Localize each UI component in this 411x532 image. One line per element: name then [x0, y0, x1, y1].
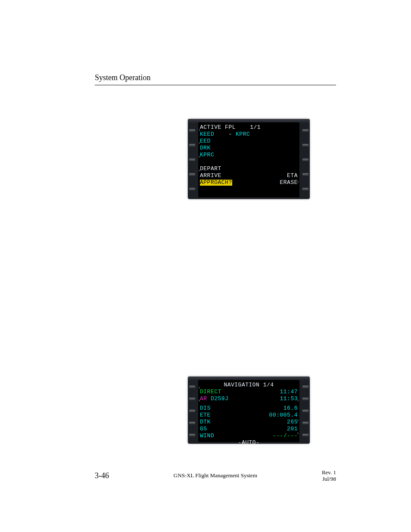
- cdu2-dis-label: DIS: [200, 405, 211, 411]
- cdu2-dis-value: 16.6: [283, 405, 298, 411]
- line-select-key-r3[interactable]: [302, 159, 308, 161]
- footer-title: GNS-XL Flight Management System: [109, 472, 322, 479]
- cdu1-title-right: 1/1: [250, 124, 261, 131]
- cdu2-wind-value: ---/---: [273, 433, 298, 439]
- cdu2-right-keys: [301, 376, 310, 444]
- caret-right-icon: ›: [296, 432, 299, 436]
- page-number: 3-46: [95, 471, 109, 480]
- cdu2-ar-wpt: D259J: [207, 396, 229, 402]
- caret-left-icon: ‹: [198, 386, 201, 390]
- caret-left-icon: ‹: [198, 155, 201, 159]
- line-select-key-l3[interactable]: [189, 159, 195, 161]
- cdu2-wind-label: WIND: [200, 433, 214, 439]
- footer-rev-line1: Rev. 1: [322, 469, 336, 476]
- line-select-key-r5[interactable]: [302, 434, 308, 436]
- cdu-navigation: ‹ NAVIGATION 1/4 DIRECT 11:47 ‹ AR D259J…: [188, 376, 310, 444]
- line-select-key-r4[interactable]: [302, 173, 308, 176]
- page-header: System Operation: [95, 73, 336, 85]
- cdu2-mode: -AUTO-: [238, 440, 260, 444]
- cdu1-screen: ‹ ACTIVE FPL 1/1 KEED - KPRC ‹ EED DRK ‹…: [198, 122, 299, 197]
- cdu2-ar-time: 11:53: [280, 396, 298, 402]
- line-select-key-l3[interactable]: [189, 410, 195, 412]
- cdu1-depart: DEPART: [200, 166, 221, 172]
- cdu2-direct-time: 11:47: [280, 389, 298, 395]
- line-select-key-l1[interactable]: [189, 129, 195, 132]
- caret-left-icon: ‹: [198, 128, 201, 133]
- line-select-key-l2[interactable]: [189, 398, 195, 400]
- line-select-key-l4[interactable]: [189, 422, 195, 424]
- cdu1-approach-highlighted: APPROACH?: [200, 180, 232, 186]
- footer-rev-line2: Jul/98: [322, 476, 336, 482]
- line-select-key-l1[interactable]: [189, 386, 195, 388]
- cdu2-gs-value: 201: [287, 426, 298, 432]
- caret-right-icon: ›: [296, 180, 299, 184]
- cdu1-wpt-1: DRK: [200, 145, 211, 151]
- cdu1-route-dash: -: [214, 131, 232, 137]
- line-select-key-l5[interactable]: [189, 434, 195, 436]
- cdu1-right-keys: [301, 119, 310, 199]
- line-select-key-r3[interactable]: [302, 410, 308, 412]
- cdu-active-fpl: ‹ ACTIVE FPL 1/1 KEED - KPRC ‹ EED DRK ‹…: [188, 119, 310, 199]
- cdu1-wpt-0: EED: [200, 138, 211, 144]
- page-header-title: System Operation: [95, 73, 150, 82]
- caret-left-icon: ‹: [198, 399, 201, 403]
- cdu1-route-to: KPRC: [232, 131, 250, 137]
- line-select-key-r2[interactable]: [302, 144, 308, 146]
- line-select-key-r5[interactable]: [302, 188, 308, 190]
- cdu1-left-keys: [188, 119, 196, 199]
- footer-revision: Rev. 1 Jul/98: [322, 469, 336, 482]
- line-select-key-l5[interactable]: [189, 188, 195, 190]
- cdu2-direct-label: DIRECT: [200, 389, 221, 395]
- cdu1-wpt-2: KPRC: [200, 152, 214, 158]
- line-select-key-l2[interactable]: [189, 144, 195, 146]
- line-select-key-r4[interactable]: [302, 422, 308, 424]
- line-select-key-r1[interactable]: [302, 386, 308, 388]
- line-select-key-r2[interactable]: [302, 398, 308, 400]
- cdu2-ete-label: ETE: [200, 412, 211, 418]
- caret-left-icon: ‹: [198, 141, 201, 146]
- caret-right-icon: ›: [296, 399, 299, 403]
- cdu2-left-keys: [188, 376, 196, 444]
- cdu2-title: NAVIGATION 1/4: [224, 382, 274, 388]
- cdu2-gs-label: GS: [200, 426, 207, 432]
- cdu1-title-left: ACTIVE FPL: [200, 124, 236, 131]
- caret-right-icon: ›: [296, 419, 299, 423]
- line-select-key-l4[interactable]: [189, 173, 195, 176]
- cdu1-route-from: KEED: [200, 131, 214, 137]
- caret-left-icon: ‹: [198, 169, 201, 173]
- page-footer: 3-46 GNS-XL Flight Management System Rev…: [95, 469, 336, 482]
- cdu1-eta: ETA: [287, 173, 298, 179]
- cdu1-arrive: ARRIVE: [200, 173, 221, 179]
- cdu1-erase: ERASE: [280, 180, 298, 186]
- cdu2-dtk-label: DTK: [200, 419, 211, 425]
- line-select-key-r1[interactable]: [302, 129, 308, 132]
- cdu2-screen: ‹ NAVIGATION 1/4 DIRECT 11:47 ‹ AR D259J…: [198, 380, 299, 442]
- cdu2-ete-value: 00:005.4: [269, 412, 298, 418]
- cdu2-dtk-value: 265: [287, 419, 298, 425]
